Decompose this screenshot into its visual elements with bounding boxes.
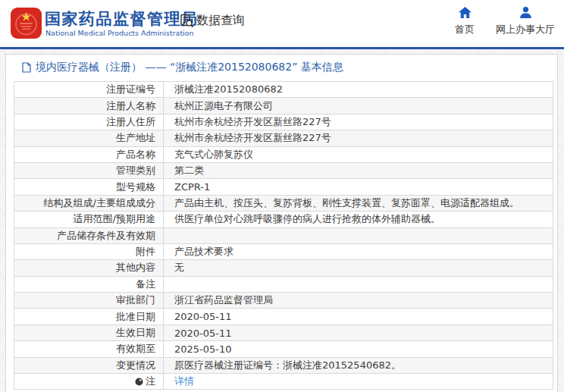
row-label: 变更情况 bbox=[14, 358, 164, 373]
table-row: 其他内容 无 bbox=[14, 260, 553, 276]
row-value: ZCPR-1 bbox=[164, 179, 553, 194]
info-table: 注册证编号 浙械注准20152080682 注册人名称 杭州正源电子有限公司 注… bbox=[14, 81, 553, 390]
row-value: 供医疗单位对心跳呼吸骤停的病人进行抢救的体外辅助器械。 bbox=[164, 212, 553, 227]
table-row: 型号规格 ZCPR-1 bbox=[14, 179, 553, 195]
site-header: 国家药品监督管理局 National Medical Products Admi… bbox=[0, 0, 564, 47]
row-label: 适用范围/预期用途 bbox=[14, 212, 164, 227]
home-icon bbox=[459, 7, 472, 18]
table-row: 生效日期 2020-05-11 bbox=[14, 325, 553, 341]
row-label: 有效期至 bbox=[14, 341, 164, 356]
note-icon bbox=[135, 378, 143, 386]
nav-service-hall-label: 网上办事大厅 bbox=[493, 23, 558, 36]
page-title: 境内医疗器械（注册） —— “浙械注准20152080682” 基本信息 bbox=[22, 61, 343, 74]
table-row: 管理类别 第二类 bbox=[14, 163, 553, 179]
row-label: 产品名称 bbox=[14, 147, 164, 162]
row-label: 生产地址 bbox=[14, 130, 164, 146]
row-label: 管理类别 bbox=[14, 163, 164, 178]
row-value: 浙江省药品监督管理局 bbox=[164, 293, 553, 308]
row-value: 原医疗器械注册证编号：浙械注准20152540682。 bbox=[164, 358, 553, 373]
row-label: 注册人名称 bbox=[14, 98, 164, 113]
row-label: 产品储存条件及有效期 bbox=[14, 228, 164, 243]
data-query-nav[interactable]: 数据查询 bbox=[180, 13, 245, 29]
row-label: 型号规格 bbox=[14, 179, 164, 194]
table-row: 备注 bbox=[14, 277, 553, 293]
table-row: 产品名称 充气式心肺复苏仪 bbox=[14, 147, 553, 163]
table-row: 审批部门 浙江省药品监督管理局 bbox=[14, 293, 553, 309]
row-label: 结构及组成/主要组成成分 bbox=[14, 196, 164, 211]
row-label: 其他内容 bbox=[14, 260, 164, 275]
nav-home-label: 首页 bbox=[449, 23, 481, 36]
row-label: 批准日期 bbox=[14, 309, 164, 324]
detail-link[interactable]: 详情 bbox=[174, 375, 194, 388]
row-value: 无 bbox=[164, 260, 553, 275]
table-row: 生产地址 杭州市余杭经济开发区新丝路227号 bbox=[14, 130, 553, 146]
row-label: 备注 bbox=[14, 277, 164, 292]
row-value: 杭州正源电子有限公司 bbox=[164, 98, 553, 113]
table-row: 产品储存条件及有效期 bbox=[14, 228, 553, 244]
row-value: 产品由主机、按压头、复苏背板、刚性支撑装置、复苏面罩、电源适配器组成。 bbox=[164, 196, 553, 211]
site-title: 国家药品监督管理局 bbox=[45, 8, 199, 30]
note-label: 注 bbox=[146, 375, 155, 388]
row-value bbox=[164, 277, 553, 292]
user-icon bbox=[519, 7, 532, 18]
table-row: 注册人名称 杭州正源电子有限公司 bbox=[14, 98, 553, 114]
row-value: 2020-05-11 bbox=[164, 309, 553, 324]
table-row: 有效期至 2025-05-10 bbox=[14, 341, 553, 357]
row-value: 第二类 bbox=[164, 163, 553, 178]
data-query-label: 数据查询 bbox=[196, 13, 245, 29]
national-emblem-icon[interactable] bbox=[11, 8, 42, 39]
content-panel: 境内医疗器械（注册） —— “浙械注准20152080682” 基本信息 注册证… bbox=[5, 54, 558, 392]
table-row-note: 注 详情 bbox=[14, 374, 553, 390]
table-row: 结构及组成/主要组成成分 产品由主机、按压头、复苏背板、刚性支撑装置、复苏面罩、… bbox=[14, 196, 553, 212]
row-label: 生效日期 bbox=[14, 325, 164, 340]
row-label: 注册证编号 bbox=[14, 82, 164, 97]
table-row: 批准日期 2020-05-11 bbox=[14, 309, 553, 325]
row-value: 2025-05-10 bbox=[164, 341, 553, 356]
nav-home[interactable]: 首页 bbox=[449, 7, 481, 36]
row-label: 注册人住所 bbox=[14, 114, 164, 130]
table-row: 适用范围/预期用途 供医疗单位对心跳呼吸骤停的病人进行抢救的体外辅助器械。 bbox=[14, 212, 553, 227]
row-label: 注 bbox=[14, 374, 164, 389]
table-row: 注册人住所 杭州市余杭经济开发区新丝路227号 bbox=[14, 114, 553, 130]
page-title-text: 境内医疗器械（注册） —— “浙械注准20152080682” 基本信息 bbox=[36, 61, 343, 74]
site-subtitle: National Medical Products Administration bbox=[45, 29, 194, 37]
row-value: 杭州市余杭经济开发区新丝路227号 bbox=[164, 130, 553, 146]
row-value bbox=[164, 228, 553, 243]
row-label: 附件 bbox=[14, 244, 164, 259]
row-label: 审批部门 bbox=[14, 293, 164, 308]
row-value: 浙械注准20152080682 bbox=[164, 82, 553, 97]
table-row: 变更情况 原医疗器械注册证编号：浙械注准20152540682。 bbox=[14, 358, 553, 374]
row-value: 杭州市余杭经济开发区新丝路227号 bbox=[164, 114, 553, 130]
nav-service-hall[interactable]: 网上办事大厅 bbox=[493, 7, 558, 36]
document-icon bbox=[22, 62, 31, 73]
row-value: 产品技术要求 bbox=[164, 244, 553, 259]
document-search-icon bbox=[180, 14, 194, 28]
table-row: 附件 产品技术要求 bbox=[14, 244, 553, 260]
row-value: 充气式心肺复苏仪 bbox=[164, 147, 553, 162]
table-row: 注册证编号 浙械注准20152080682 bbox=[14, 82, 553, 98]
row-value: 2020-05-11 bbox=[164, 325, 553, 340]
